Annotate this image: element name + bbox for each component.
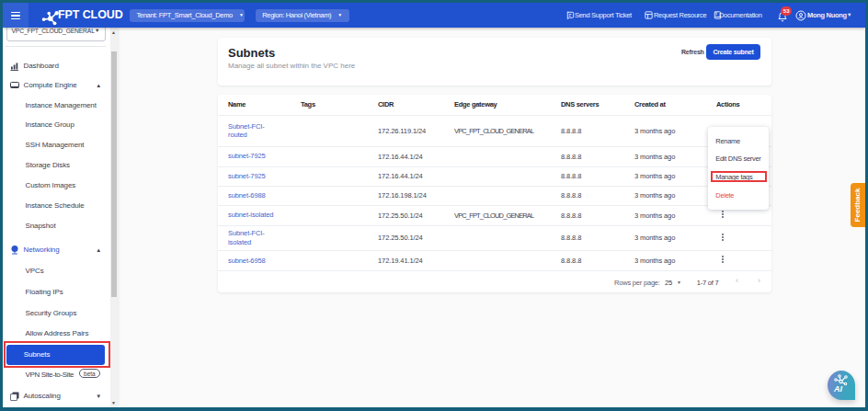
svg-text:AI: AI	[833, 384, 842, 394]
